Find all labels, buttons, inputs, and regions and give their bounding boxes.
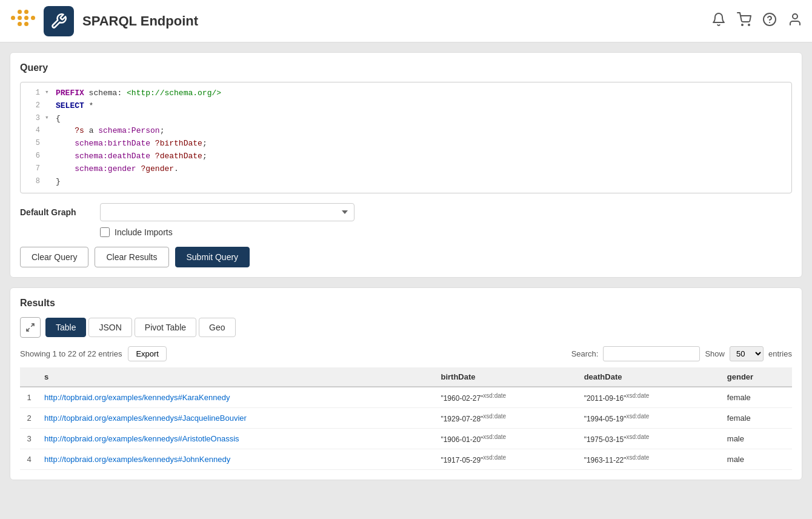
row-num: 3 xyxy=(20,429,38,449)
svg-point-0 xyxy=(742,24,743,25)
entries-label: entries xyxy=(768,349,792,358)
table-row: 3 http://topbraid.org/examples/kennedys#… xyxy=(20,429,792,449)
expand-button[interactable] xyxy=(20,317,41,338)
row-s: http://topbraid.org/examples/kennedys#Ar… xyxy=(38,429,434,449)
search-input[interactable] xyxy=(603,346,700,361)
s-link[interactable]: http://topbraid.org/examples/kennedys#Jo… xyxy=(44,455,230,464)
code-line-3: 3 ▾ { xyxy=(21,113,791,126)
row-gender: male xyxy=(721,449,792,470)
results-tabs: Table JSON Pivot Table Geo xyxy=(20,317,792,338)
show-label: Show xyxy=(705,349,725,358)
default-graph-row: Default Graph xyxy=(20,203,792,221)
row-deathdate: "2011-09-16"xsd:date xyxy=(578,387,721,408)
row-num: 1 xyxy=(20,387,38,408)
tab-table[interactable]: Table xyxy=(45,318,86,337)
s-link[interactable]: http://topbraid.org/examples/kennedys#Ka… xyxy=(44,393,230,402)
col-num xyxy=(20,367,38,387)
results-table: s birthDate deathDate gender 1 http://to… xyxy=(20,367,792,470)
user-icon[interactable] xyxy=(788,12,802,30)
default-graph-label: Default Graph xyxy=(20,207,93,217)
page-title: SPARQL Endpoint xyxy=(82,13,711,29)
code-line-4: 4 ?s a schema:Person; xyxy=(21,125,791,138)
row-gender: male xyxy=(721,429,792,449)
table-row: 1 http://topbraid.org/examples/kennedys#… xyxy=(20,387,792,408)
row-num: 2 xyxy=(20,408,38,429)
row-gender: female xyxy=(721,408,792,429)
table-controls-left: Showing 1 to 22 of 22 entries Export xyxy=(20,346,167,361)
row-s: http://topbraid.org/examples/kennedys#Ja… xyxy=(38,408,434,429)
table-row: 2 http://topbraid.org/examples/kennedys#… xyxy=(20,408,792,429)
table-controls: Showing 1 to 22 of 22 entries Export Sea… xyxy=(20,346,792,361)
tab-geo[interactable]: Geo xyxy=(199,318,235,337)
code-line-7: 7 schema:gender ?gender. xyxy=(21,163,791,176)
clear-query-button[interactable]: Clear Query xyxy=(20,247,88,267)
row-deathdate: "1963-11-22"xsd:date xyxy=(578,449,721,470)
col-gender: gender xyxy=(721,367,792,387)
app-icon-box xyxy=(44,6,74,36)
table-row: 4 http://topbraid.org/examples/kennedys#… xyxy=(20,449,792,470)
help-icon[interactable] xyxy=(762,12,777,30)
table-controls-right: Search: Show 10 25 50 100 entries xyxy=(571,346,792,361)
export-button[interactable]: Export xyxy=(128,346,167,361)
code-line-8: 8 } xyxy=(21,176,791,189)
query-editor[interactable]: 1 ▾ PREFIX schema: <http://schema.org/> … xyxy=(20,82,792,193)
showing-entries-text: Showing 1 to 22 of 22 entries xyxy=(20,349,122,358)
row-birthdate: "1960-02-27"xsd:date xyxy=(434,387,577,408)
results-panel: Results Table JSON Pivot Table Geo Showi… xyxy=(10,287,802,480)
row-birthdate: "1917-05-29"xsd:date xyxy=(434,449,577,470)
notification-icon[interactable] xyxy=(711,12,726,30)
cart-icon[interactable] xyxy=(737,12,751,30)
s-link[interactable]: http://topbraid.org/examples/kennedys#Ja… xyxy=(44,414,247,423)
code-line-6: 6 schema:deathDate ?deathDate; xyxy=(21,150,791,163)
table-header-row: s birthDate deathDate gender xyxy=(20,367,792,387)
header-actions xyxy=(711,12,802,30)
tab-pivot-table[interactable]: Pivot Table xyxy=(135,318,196,337)
include-imports-row: Include Imports xyxy=(100,227,792,237)
row-num: 4 xyxy=(20,449,38,470)
col-birthdate: birthDate xyxy=(434,367,577,387)
row-deathdate: "1994-05-19"xsd:date xyxy=(578,408,721,429)
tab-json[interactable]: JSON xyxy=(88,318,131,337)
include-imports-checkbox[interactable] xyxy=(100,227,110,237)
app-header: SPARQL Endpoint xyxy=(0,0,812,42)
include-imports-label: Include Imports xyxy=(115,227,173,237)
query-panel: Query 1 ▾ PREFIX schema: <http://schema.… xyxy=(10,52,802,278)
row-gender: female xyxy=(721,387,792,408)
code-line-2: 2 SELECT * xyxy=(21,100,791,113)
query-buttons: Clear Query Clear Results Submit Query xyxy=(20,247,792,267)
search-label: Search: xyxy=(571,349,599,358)
wrench-icon xyxy=(50,13,67,30)
default-graph-select[interactable] xyxy=(100,203,354,221)
col-deathdate: deathDate xyxy=(578,367,721,387)
clear-results-button[interactable]: Clear Results xyxy=(95,247,168,267)
row-s: http://topbraid.org/examples/kennedys#Jo… xyxy=(38,449,434,470)
svg-point-4 xyxy=(793,14,797,19)
row-birthdate: "1929-07-28"xsd:date xyxy=(434,408,577,429)
s-link[interactable]: http://topbraid.org/examples/kennedys#Ar… xyxy=(44,434,239,443)
svg-point-1 xyxy=(748,24,750,25)
entries-select[interactable]: 10 25 50 100 xyxy=(730,346,764,361)
query-panel-title: Query xyxy=(20,62,792,73)
code-line-5: 5 schema:birthDate ?birthDate; xyxy=(21,138,791,150)
results-panel-title: Results xyxy=(20,298,792,309)
row-deathdate: "1975-03-15"xsd:date xyxy=(578,429,721,449)
col-s: s xyxy=(38,367,434,387)
row-s: http://topbraid.org/examples/kennedys#Ka… xyxy=(38,387,434,408)
submit-query-button[interactable]: Submit Query xyxy=(175,247,250,267)
main-content: Query 1 ▾ PREFIX schema: <http://schema.… xyxy=(0,42,812,490)
code-line-1: 1 ▾ PREFIX schema: <http://schema.org/> xyxy=(21,87,791,100)
app-logo xyxy=(10,8,36,35)
row-birthdate: "1906-01-20"xsd:date xyxy=(434,429,577,449)
